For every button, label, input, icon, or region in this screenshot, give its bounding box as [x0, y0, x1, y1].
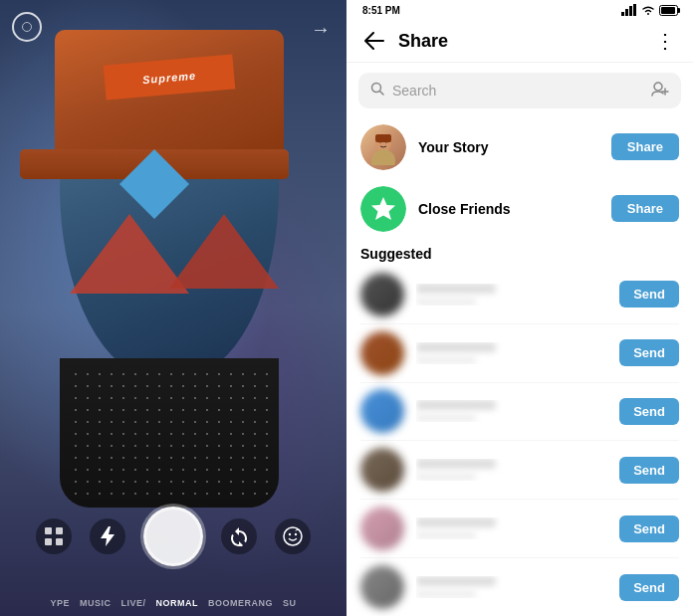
- svg-rect-2: [45, 538, 52, 545]
- share-panel: 8:51 PM: [346, 0, 693, 616]
- user-sub-blur: [416, 414, 476, 422]
- avatar: [360, 389, 404, 433]
- user-name-blur: [416, 400, 496, 410]
- svg-rect-20: [375, 134, 391, 142]
- user-name-blur: [416, 342, 496, 352]
- svg-point-15: [654, 83, 662, 91]
- svg-rect-8: [625, 9, 628, 16]
- svg-point-6: [295, 533, 297, 535]
- user-name-blur: [416, 459, 496, 469]
- avatar: [360, 448, 404, 492]
- avatar: [360, 273, 404, 316]
- user-info: [416, 459, 607, 481]
- flash-circle-icon[interactable]: [12, 12, 42, 42]
- forward-icon[interactable]: →: [311, 18, 331, 41]
- effects-button[interactable]: [275, 518, 311, 554]
- your-story-image: [360, 124, 406, 170]
- close-friends-image: [360, 186, 406, 232]
- user-sub-blur: [416, 473, 476, 481]
- your-story-share-button[interactable]: Share: [611, 133, 679, 160]
- flash-button[interactable]: [90, 518, 125, 554]
- user-name-blur: [416, 576, 496, 586]
- send-button[interactable]: Send: [619, 398, 679, 425]
- ar-hat: Supreme: [55, 30, 284, 149]
- send-button[interactable]: Send: [619, 281, 679, 308]
- search-bar[interactable]: Search: [358, 73, 681, 108]
- list-item: Send: [346, 266, 693, 323]
- user-name-blur: [416, 517, 496, 527]
- send-button[interactable]: Send: [619, 515, 679, 542]
- svg-rect-1: [56, 527, 63, 534]
- wifi-icon: [641, 4, 655, 16]
- mode-live[interactable]: LIVE/: [120, 598, 145, 608]
- flip-camera-button[interactable]: [221, 518, 257, 554]
- avatar: [360, 507, 404, 550]
- ar-triangle-right: [169, 214, 279, 289]
- your-story-avatar: [360, 124, 406, 170]
- more-options-button[interactable]: ⋮: [649, 25, 681, 57]
- svg-rect-12: [678, 8, 681, 13]
- send-button[interactable]: Send: [619, 574, 679, 601]
- suggested-label: Suggested: [346, 240, 693, 266]
- search-icon: [370, 82, 384, 99]
- mode-normal[interactable]: NORMAL: [156, 598, 199, 608]
- svg-point-5: [289, 533, 291, 535]
- status-icons: [621, 4, 681, 16]
- user-sub-blur: [416, 298, 476, 306]
- add-people-icon[interactable]: [651, 81, 669, 101]
- share-header: Share ⋮: [346, 21, 693, 63]
- user-name-blur: [416, 284, 496, 294]
- gallery-button[interactable]: [36, 518, 72, 554]
- user-sub-blur: [416, 356, 476, 364]
- user-info: [416, 400, 607, 422]
- mode-su: SU: [283, 598, 297, 608]
- svg-rect-10: [633, 4, 636, 16]
- search-container: Search: [346, 63, 693, 116]
- list-item: Send: [346, 441, 693, 499]
- close-friends-share-button[interactable]: Share: [611, 195, 679, 222]
- your-story-item: Your Story Share: [346, 116, 693, 178]
- list-item: Send: [346, 382, 693, 440]
- battery-icon: [659, 5, 681, 16]
- status-bar: 8:51 PM: [346, 0, 693, 21]
- camera-panel: Supreme →: [0, 0, 346, 616]
- mode-type: YPE: [50, 598, 70, 608]
- svg-rect-9: [629, 6, 632, 16]
- send-button[interactable]: Send: [619, 457, 679, 484]
- camera-controls: [0, 507, 346, 566]
- mode-bar: YPE MUSIC LIVE/ NORMAL BOOMERANG SU: [0, 598, 346, 608]
- list-item: Send: [346, 558, 693, 616]
- your-story-label: Your Story: [418, 139, 599, 155]
- svg-rect-13: [661, 7, 675, 14]
- status-time: 8:51 PM: [358, 5, 400, 16]
- user-info: [416, 342, 607, 364]
- list-item: Send: [346, 324, 693, 382]
- close-friends-avatar: [360, 186, 406, 232]
- close-friends-label: Close Friends: [418, 201, 599, 217]
- shutter-button[interactable]: [143, 507, 203, 566]
- user-info: [416, 576, 607, 598]
- mode-boomerang[interactable]: BOOMERANG: [208, 598, 273, 608]
- mode-music[interactable]: MUSIC: [80, 598, 112, 608]
- ar-face-container: Supreme: [40, 60, 299, 438]
- user-info: [416, 517, 607, 539]
- search-placeholder[interactable]: Search: [392, 83, 643, 99]
- back-button[interactable]: [358, 25, 390, 57]
- send-button[interactable]: Send: [619, 339, 679, 366]
- svg-rect-3: [56, 538, 63, 545]
- signal-icon: [621, 4, 637, 16]
- avatar: [360, 331, 404, 375]
- svg-point-17: [371, 149, 395, 165]
- avatar: [360, 565, 404, 609]
- user-sub-blur: [416, 590, 476, 598]
- close-friends-item: Close Friends Share: [346, 178, 693, 240]
- svg-rect-7: [621, 12, 624, 16]
- svg-marker-21: [371, 197, 395, 220]
- user-sub-blur: [416, 531, 476, 539]
- list-item: Send: [346, 500, 693, 557]
- user-info: [416, 284, 607, 306]
- hat-label: Supreme: [104, 54, 236, 100]
- svg-rect-0: [45, 527, 52, 534]
- shirt-dots: [70, 368, 269, 498]
- share-title: Share: [390, 31, 649, 52]
